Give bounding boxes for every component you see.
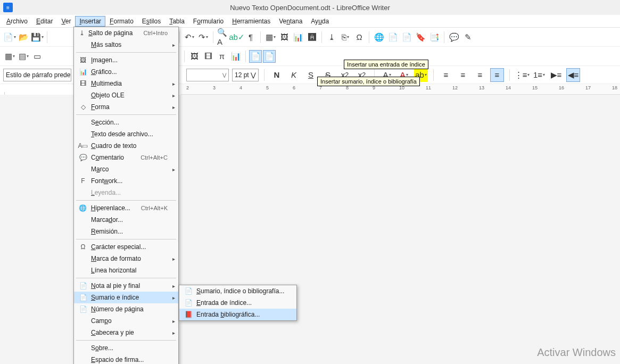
- blank-icon: [77, 328, 89, 337]
- image-icon: 🖼: [77, 56, 89, 64]
- field-button[interactable]: ⎘: [339, 31, 352, 44]
- blank-icon: [77, 227, 89, 236]
- track-changes-button[interactable]: ✎: [461, 31, 474, 44]
- frame-button[interactable]: ▭: [31, 50, 44, 63]
- number-list-button[interactable]: 1≡: [532, 68, 546, 82]
- menu-label: Sumario, índice o bibliografía...: [196, 287, 286, 295]
- find-button[interactable]: 🔍A: [217, 31, 229, 44]
- pilcrow-button[interactable]: ¶: [244, 31, 257, 44]
- insert-menu-item-26[interactable]: 📄Sumario e índice: [74, 292, 178, 303]
- menu-estilos[interactable]: Estilos: [138, 16, 165, 27]
- paragraph-style-select[interactable]: Estilo de párrafo predete: [3, 69, 71, 81]
- cross-ref-button[interactable]: 📑: [428, 31, 441, 44]
- font-size-select[interactable]: 12 pt⋁: [232, 69, 259, 81]
- insert-menu-item-19[interactable]: Remisión...: [74, 226, 178, 237]
- menu-label: Multimedia: [91, 80, 168, 87]
- table-grid-button[interactable]: ▦: [3, 50, 16, 63]
- insert-menu-item-13[interactable]: Marco: [74, 163, 178, 175]
- menu-archivo[interactable]: Archivo: [2, 16, 32, 27]
- hyperlink-icon: 🌐: [77, 204, 89, 212]
- undo-button[interactable]: ↶: [183, 31, 196, 44]
- menu-tabla[interactable]: Tabla: [165, 16, 189, 27]
- insert-image-button[interactable]: 🖼: [278, 31, 291, 44]
- align-justify-button[interactable]: ≡: [490, 68, 504, 82]
- redo-button[interactable]: ↷: [197, 31, 210, 44]
- insert-menu-dropdown: ⤓Salto de páginaCtrl+IntroMás saltos🖼Ima…: [73, 27, 179, 364]
- insert-menu-item-21[interactable]: ΩCarácter especial...: [74, 241, 178, 253]
- chart-button[interactable]: 📊: [229, 50, 242, 63]
- insert-chart-button[interactable]: 📊: [292, 31, 304, 44]
- insert-menu-item-7[interactable]: ◇Forma: [74, 101, 178, 113]
- tooltip-toc: Insertar sumario, índice o bibliografía: [317, 77, 420, 86]
- menu-herramientas[interactable]: Herramientas: [228, 16, 275, 27]
- menu-formato[interactable]: Formato: [105, 16, 138, 27]
- insert-menu-item-3[interactable]: 🖼Imagen...: [74, 54, 178, 66]
- insert-menu-item-27[interactable]: 📄Número de página: [74, 303, 178, 315]
- insert-menu-item-14[interactable]: FFontwork...: [74, 175, 178, 187]
- insert-menu-item-17[interactable]: 🌐Hiperenlace...Ctrl+Alt+K: [74, 202, 178, 214]
- insert-menu-item-25[interactable]: 📄Nota al pie y final: [74, 280, 178, 292]
- align-right-button[interactable]: ≡: [473, 68, 487, 82]
- insert-menu-item-4[interactable]: 📊Gráfico...: [74, 66, 178, 78]
- spellcheck-button[interactable]: ab✓: [230, 31, 243, 44]
- insert-menu-item-23[interactable]: Línea horizontal: [74, 264, 178, 276]
- increase-indent-button[interactable]: ▶≡: [549, 68, 563, 82]
- insert-menu-item-12[interactable]: 💬ComentarioCtrl+Alt+C: [74, 152, 178, 163]
- insert-menu-item-28[interactable]: Campo: [74, 315, 178, 327]
- toc-submenu-item-0[interactable]: 📄Sumario, índice o bibliografía...: [179, 285, 296, 297]
- open-button[interactable]: 📂: [17, 31, 30, 44]
- menu-ver[interactable]: Ver: [57, 16, 75, 27]
- textbox-icon: A▭: [77, 142, 89, 150]
- insert-textbox-button[interactable]: 🅰: [305, 31, 318, 44]
- toc-submenu-item-2[interactable]: 📕Entrada bibliográfica...: [179, 309, 296, 320]
- insert-menu-item-22[interactable]: Marca de formato: [74, 253, 178, 264]
- font-name-select[interactable]: ⋁: [186, 69, 229, 81]
- footnote-button[interactable]: 📄: [386, 31, 399, 44]
- insert-menu-item-5[interactable]: 🎞Multimedia: [74, 78, 178, 89]
- menu-label: Número de página: [91, 305, 168, 313]
- menu-label: Gráfico...: [91, 68, 168, 76]
- bold-button[interactable]: N: [270, 68, 284, 82]
- insert-menu-item-29[interactable]: Cabecera y pie: [74, 327, 178, 338]
- menu-formulario[interactable]: Formulario: [189, 16, 228, 27]
- menu-label: Texto desde archivo...: [91, 130, 168, 138]
- comment-button[interactable]: 💬: [448, 31, 460, 44]
- toc-submenu-item-1[interactable]: 📄Entrada de índice...: [179, 297, 296, 309]
- table-button[interactable]: ▦: [264, 31, 277, 44]
- special-char-button[interactable]: Ω: [353, 31, 366, 44]
- align-center-button[interactable]: ≡: [456, 68, 470, 82]
- insert-menu-item-10[interactable]: Texto desde archivo...: [74, 128, 178, 140]
- section-button[interactable]: ▤: [17, 50, 30, 63]
- formula-button[interactable]: π: [216, 50, 228, 63]
- insert-menu-item-31[interactable]: Sobre...: [74, 342, 178, 354]
- menu-ayuda[interactable]: Ayuda: [307, 16, 333, 27]
- italic-button[interactable]: K: [287, 68, 301, 82]
- index-entry-button[interactable]: 📄: [249, 50, 262, 63]
- insert-menu-item-0[interactable]: ⤓Salto de páginaCtrl+Intro: [74, 27, 178, 39]
- endnote-button[interactable]: 📄: [400, 31, 413, 44]
- blank-icon: [77, 344, 89, 352]
- media-button[interactable]: 🎞: [202, 50, 214, 63]
- decrease-indent-button[interactable]: ◀≡: [566, 68, 580, 82]
- bookmark-button[interactable]: 🔖: [414, 31, 427, 44]
- new-doc-button[interactable]: 📄: [3, 31, 16, 44]
- menu-insertar[interactable]: Insertar: [75, 16, 105, 27]
- page-break-button[interactable]: ⤓: [325, 31, 338, 44]
- hyperlink-button[interactable]: 🌐: [373, 31, 385, 44]
- menu-editar[interactable]: Editar: [32, 16, 57, 27]
- align-left-button[interactable]: ≡: [439, 68, 453, 82]
- save-button[interactable]: 💾: [31, 31, 44, 44]
- insert-menu-item-32[interactable]: Espacio de firma...: [74, 354, 178, 364]
- menu-accel: Ctrl+Intro: [143, 30, 168, 36]
- bullet-list-button[interactable]: ⋮≡: [515, 68, 529, 82]
- menu-ventana[interactable]: Ventana: [275, 16, 307, 27]
- insert-menu-item-6[interactable]: Objeto OLE: [74, 89, 178, 101]
- tooltip-index-entry: Insertar una entrada de índice: [344, 60, 428, 69]
- image-button[interactable]: 🖼: [188, 50, 201, 63]
- insert-menu-item-11[interactable]: A▭Cuadro de texto: [74, 140, 178, 152]
- underline-button[interactable]: S: [304, 68, 318, 82]
- insert-menu-item-9[interactable]: Sección...: [74, 117, 178, 128]
- toc-button[interactable]: 📄: [263, 50, 276, 63]
- insert-menu-item-1[interactable]: Más saltos: [74, 39, 178, 51]
- insert-menu-item-18[interactable]: Marcador...: [74, 214, 178, 226]
